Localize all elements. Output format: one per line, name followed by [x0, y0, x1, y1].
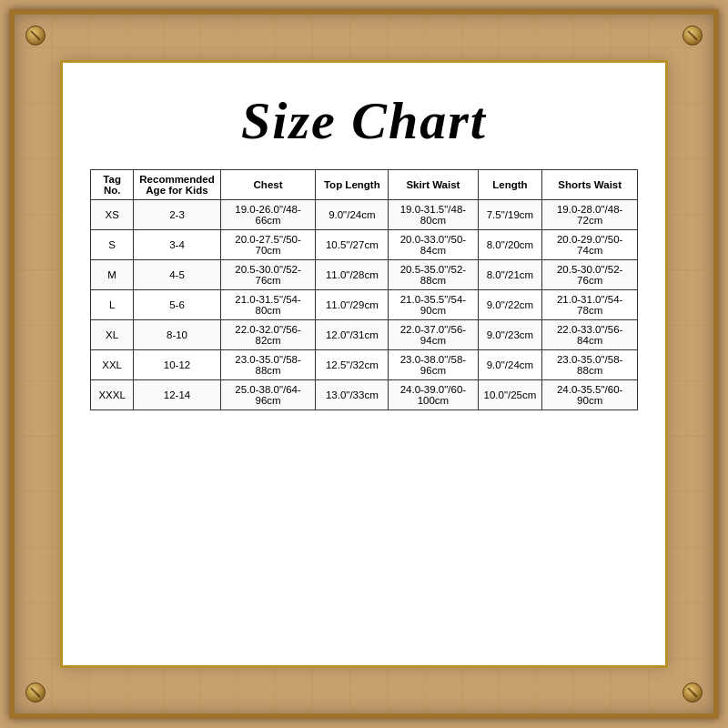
cell-length: 8.0"/20cm: [478, 230, 542, 260]
inner-frame: Size Chart Tag No. RecommendedAge for Ki…: [60, 60, 668, 668]
table-row: L5-621.0-31.5"/54-80cm11.0"/29cm21.0-35.…: [91, 290, 638, 320]
col-header-skirtwaist: Skirt Waist: [389, 170, 478, 200]
cell-skirtwaist: 21.0-35.5"/54-90cm: [389, 290, 478, 320]
cell-chest: 20.5-30.0"/52-76cm: [220, 260, 316, 290]
cell-toplength: 13.0"/33cm: [316, 380, 389, 410]
table-row: XL8-1022.0-32.0"/56-82cm12.0"/31cm22.0-3…: [91, 320, 638, 350]
col-header-toplength: Top Length: [316, 170, 389, 200]
cell-age: 10-12: [134, 350, 220, 380]
cell-chest: 19.0-26.0"/48-66cm: [220, 200, 316, 230]
cell-length: 7.5"/19cm: [478, 200, 542, 230]
cell-skirtwaist: 22.0-37.0"/56-94cm: [389, 320, 478, 350]
cell-tag: XXXL: [91, 380, 134, 410]
wood-frame: Size Chart Tag No. RecommendedAge for Ki…: [9, 9, 719, 719]
page-title: Size Chart: [241, 90, 487, 151]
cell-shortswaist: 22.0-33.0"/56-84cm: [542, 320, 638, 350]
col-header-age: RecommendedAge for Kids: [134, 170, 220, 200]
screw-bottom-right: [682, 682, 703, 703]
col-header-length: Length: [478, 170, 542, 200]
cell-tag: S: [91, 230, 134, 260]
cell-toplength: 12.5"/32cm: [316, 350, 389, 380]
cell-skirtwaist: 23.0-38.0"/58-96cm: [389, 350, 478, 380]
cell-skirtwaist: 24.0-39.0"/60-100cm: [389, 380, 478, 410]
cell-tag: L: [91, 290, 134, 320]
table-header-row: Tag No. RecommendedAge for Kids Chest To…: [91, 170, 638, 200]
size-chart-table: Tag No. RecommendedAge for Kids Chest To…: [90, 169, 638, 410]
cell-toplength: 11.0"/29cm: [316, 290, 389, 320]
cell-toplength: 9.0"/24cm: [316, 200, 389, 230]
screw-top-right: [682, 25, 703, 46]
cell-toplength: 10.5"/27cm: [316, 230, 389, 260]
cell-age: 12-14: [134, 380, 220, 410]
cell-chest: 25.0-38.0"/64-96cm: [220, 380, 316, 410]
table-row: XS2-319.0-26.0"/48-66cm9.0"/24cm19.0-31.…: [91, 200, 638, 230]
cell-shortswaist: 20.5-30.0"/52-76cm: [542, 260, 638, 290]
col-header-tag: Tag No.: [91, 170, 134, 200]
col-header-chest: Chest: [220, 170, 316, 200]
cell-shortswaist: 24.0-35.5"/60-90cm: [542, 380, 638, 410]
cell-shortswaist: 20.0-29.0"/50-74cm: [542, 230, 638, 260]
cell-age: 2-3: [134, 200, 220, 230]
screw-top-left: [25, 25, 46, 46]
cell-shortswaist: 23.0-35.0"/58-88cm: [542, 350, 638, 380]
cell-toplength: 11.0"/28cm: [316, 260, 389, 290]
cell-tag: XL: [91, 320, 134, 350]
cell-length: 9.0"/24cm: [478, 350, 542, 380]
col-header-shortswaist: Shorts Waist: [542, 170, 638, 200]
cell-age: 5-6: [134, 290, 220, 320]
cell-chest: 23.0-35.0"/58-88cm: [220, 350, 316, 380]
cell-length: 8.0"/21cm: [478, 260, 542, 290]
cell-age: 8-10: [134, 320, 220, 350]
cell-toplength: 12.0"/31cm: [316, 320, 389, 350]
cell-age: 3-4: [134, 230, 220, 260]
cell-skirtwaist: 20.5-35.0"/52-88cm: [389, 260, 478, 290]
cell-length: 9.0"/22cm: [478, 290, 542, 320]
content-area: Size Chart Tag No. RecommendedAge for Ki…: [63, 63, 665, 665]
cell-age: 4-5: [134, 260, 220, 290]
cell-tag: M: [91, 260, 134, 290]
cell-skirtwaist: 19.0-31.5"/48-80cm: [389, 200, 478, 230]
cell-chest: 20.0-27.5"/50-70cm: [220, 230, 316, 260]
table-row: S3-420.0-27.5"/50-70cm10.5"/27cm20.0-33.…: [91, 230, 638, 260]
cell-tag: XXL: [91, 350, 134, 380]
cell-length: 10.0"/25cm: [478, 380, 542, 410]
table-row: XXL10-1223.0-35.0"/58-88cm12.5"/32cm23.0…: [91, 350, 638, 380]
cell-length: 9.0"/23cm: [478, 320, 542, 350]
table-row: XXXL12-1425.0-38.0"/64-96cm13.0"/33cm24.…: [91, 380, 638, 410]
cell-shortswaist: 21.0-31.0"/54-78cm: [542, 290, 638, 320]
table-row: M4-520.5-30.0"/52-76cm11.0"/28cm20.5-35.…: [91, 260, 638, 290]
cell-chest: 21.0-31.5"/54-80cm: [220, 290, 316, 320]
cell-tag: XS: [91, 200, 134, 230]
table-body: XS2-319.0-26.0"/48-66cm9.0"/24cm19.0-31.…: [91, 200, 638, 410]
cell-skirtwaist: 20.0-33.0"/50-84cm: [389, 230, 478, 260]
cell-shortswaist: 19.0-28.0"/48-72cm: [542, 200, 638, 230]
cell-chest: 22.0-32.0"/56-82cm: [220, 320, 316, 350]
screw-bottom-left: [25, 682, 46, 703]
